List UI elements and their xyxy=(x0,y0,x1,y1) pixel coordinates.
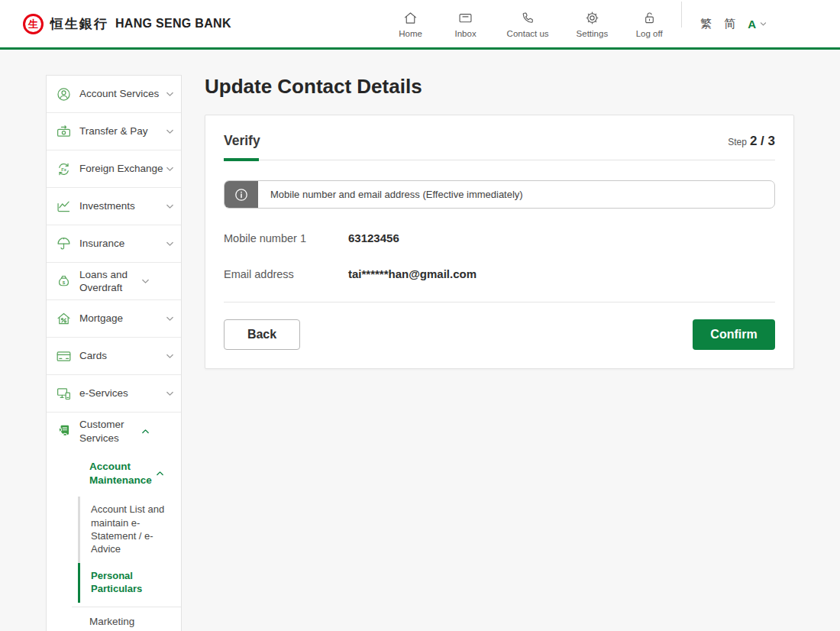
money-bag-icon: $ xyxy=(56,273,72,290)
step-progress-active xyxy=(224,158,259,161)
chevron-down-icon xyxy=(165,127,175,137)
lock-icon xyxy=(641,10,657,26)
card-icon xyxy=(56,348,72,364)
sidebar-item-e-services[interactable]: e-Services xyxy=(47,375,181,413)
step-indicator: Step2 / 3 xyxy=(728,134,775,149)
nav-home-label: Home xyxy=(399,29,422,38)
step-prefix: Step xyxy=(728,137,747,147)
submenu-label: Marketing xyxy=(89,615,155,629)
devices-icon xyxy=(56,386,72,402)
chevron-up-icon xyxy=(141,426,150,436)
step-value: 2 / 3 xyxy=(750,134,775,148)
bank-name-chinese: 恒生銀行 xyxy=(50,15,108,33)
top-header: 生 恒生銀行 HANG SENG BANK Home Inbox Contact… xyxy=(0,0,840,50)
sidebar-item-label: Foreign Exchange xyxy=(79,162,165,175)
sidebar-item-cards[interactable]: Cards xyxy=(47,338,181,375)
chart-icon xyxy=(56,199,72,215)
sidebar-item-marketing[interactable]: Marketing xyxy=(47,607,181,631)
step-title: Verify xyxy=(224,133,260,149)
home-icon xyxy=(402,10,418,26)
sidebar-item-personal-particulars[interactable]: Personal Particulars xyxy=(78,563,181,603)
page-title: Update Contact Details xyxy=(205,75,794,99)
svg-text:$: $ xyxy=(63,279,66,284)
sidebar-item-label: Transfer & Pay xyxy=(79,125,165,138)
gear-icon xyxy=(584,10,600,26)
verify-card: Verify Step2 / 3 Mobile number and em xyxy=(205,115,794,369)
language-switcher: 繁 简 A xyxy=(700,17,767,31)
font-size-label: A xyxy=(748,18,756,31)
sidebar-item-insurance[interactable]: Insurance xyxy=(47,225,181,263)
step-progress xyxy=(224,158,775,161)
lang-simplified-chinese[interactable]: 简 xyxy=(724,17,735,31)
bank-logo[interactable]: 生 恒生銀行 HANG SENG BANK xyxy=(23,14,231,34)
confirm-button[interactable]: Confirm xyxy=(693,319,775,350)
field-label: Email address xyxy=(224,268,348,280)
sidebar-item-investments[interactable]: Investments xyxy=(47,188,181,225)
font-size-selector[interactable]: A xyxy=(748,18,767,31)
chevron-down-icon xyxy=(759,20,767,28)
fx-icon: Fx xyxy=(56,161,72,177)
nav-inbox[interactable]: Inbox xyxy=(452,10,480,38)
sidebar-item-mortgage[interactable]: Mortgage xyxy=(47,300,181,338)
info-icon xyxy=(234,188,248,202)
lang-traditional-chinese[interactable]: 繁 xyxy=(700,17,712,31)
nav-contact-us[interactable]: Contact us xyxy=(507,10,549,38)
header-divider xyxy=(681,2,682,28)
house-percent-icon xyxy=(56,311,72,327)
bank-logo-glyph: 生 xyxy=(25,16,41,32)
nav-log-off[interactable]: Log off xyxy=(635,10,663,38)
back-button[interactable]: Back xyxy=(224,319,300,350)
card-header: Verify Step2 / 3 xyxy=(224,133,775,149)
sidebar-item-account-maintenance[interactable]: Account Maintenance xyxy=(47,450,181,497)
sidebar-item-label: e-Services xyxy=(79,387,165,400)
sidebar-item-foreign-exchange[interactable]: Fx Foreign Exchange xyxy=(47,150,181,188)
chevron-down-icon xyxy=(165,239,175,249)
user-icon xyxy=(56,86,72,102)
sidebar-item-label: Account Services xyxy=(79,87,165,100)
action-buttons: Back Confirm xyxy=(224,319,775,350)
chevron-down-icon xyxy=(141,277,150,286)
field-value: tai******han@gmail.com xyxy=(348,267,477,280)
nav-inbox-label: Inbox xyxy=(455,29,477,38)
field-row-email: Email address tai******han@gmail.com xyxy=(224,267,775,280)
customer-service-icon xyxy=(56,423,72,439)
sidebar-item-label: Customer Services xyxy=(79,418,141,445)
transfer-icon xyxy=(56,124,72,140)
nav-settings[interactable]: Settings xyxy=(577,10,609,38)
phone-icon xyxy=(520,10,536,26)
field-row-mobile: Mobile number 1 63123456 xyxy=(224,231,775,244)
chevron-down-icon xyxy=(165,389,175,399)
nav-log-off-label: Log off xyxy=(636,29,663,38)
account-maintenance-submenu: Account List and maintain e-Statement / … xyxy=(78,497,181,602)
card-divider xyxy=(224,302,775,303)
submenu-item-label: Account List and maintain e-Statement / … xyxy=(91,503,164,555)
sidebar-item-transfer-pay[interactable]: Transfer & Pay xyxy=(47,113,181,150)
chevron-up-icon xyxy=(155,468,165,478)
header-nav: Home Inbox Contact us Settings xyxy=(397,10,664,38)
main-content: Update Contact Details Verify Step2 / 3 xyxy=(205,75,794,369)
notice-text: Mobile number and email address (Effecti… xyxy=(258,181,535,208)
sidebar-item-account-list-estatement[interactable]: Account List and maintain e-Statement / … xyxy=(78,497,181,563)
chevron-down-icon xyxy=(165,202,175,212)
submenu-label: Account Maintenance xyxy=(89,460,155,487)
page-layout: Account Services Transfer & Pay Fx Forei… xyxy=(0,50,840,631)
bank-logo-icon: 生 xyxy=(23,14,44,34)
nav-contact-us-label: Contact us xyxy=(507,29,549,38)
field-value: 63123456 xyxy=(348,231,399,244)
sidebar-item-loans-overdraft[interactable]: $ Loans and Overdraft xyxy=(47,263,181,300)
chevron-down-icon xyxy=(165,164,175,174)
nav-settings-label: Settings xyxy=(577,29,609,38)
sidebar-item-label: Mortgage xyxy=(79,312,165,325)
chevron-down-icon xyxy=(165,89,175,99)
chevron-down-icon xyxy=(165,314,175,324)
sidebar-item-customer-services[interactable]: Customer Services xyxy=(47,413,181,450)
notice-banner: Mobile number and email address (Effecti… xyxy=(224,180,775,209)
bank-name-english: HANG SENG BANK xyxy=(115,17,231,31)
sidebar-item-account-services[interactable]: Account Services xyxy=(47,76,181,113)
sidebar-menu: Account Services Transfer & Pay Fx Forei… xyxy=(46,75,182,631)
svg-text:Fx: Fx xyxy=(61,167,66,171)
nav-home[interactable]: Home xyxy=(397,10,425,38)
inbox-icon xyxy=(457,10,473,26)
chevron-down-icon xyxy=(165,351,175,361)
sidebar-item-label: Cards xyxy=(79,349,165,362)
